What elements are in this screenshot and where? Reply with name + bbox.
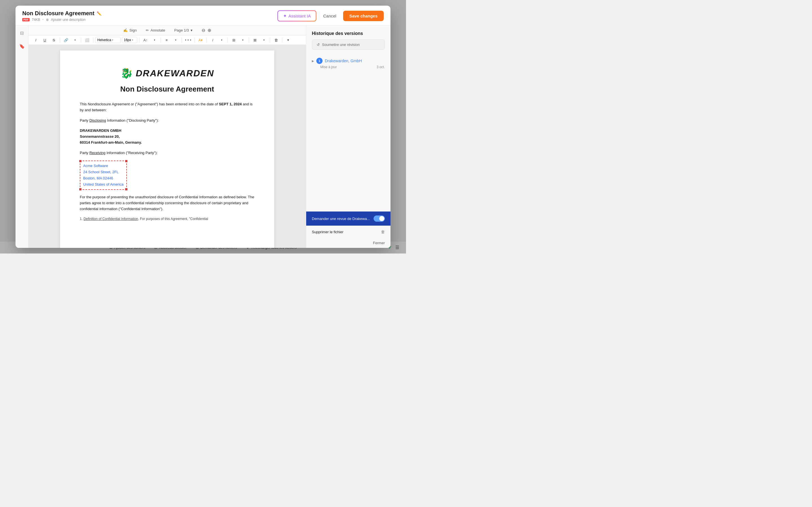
font-name: Helvetica bbox=[97, 38, 111, 42]
sidebar-bottom: Demander une revue de Drakewa... Supprim… bbox=[306, 211, 391, 248]
font-size-dropdown[interactable]: 16px ▾ bbox=[122, 37, 137, 43]
handle-tr bbox=[125, 160, 128, 162]
font-chevron-icon: ▾ bbox=[112, 39, 113, 41]
link-dropdown[interactable]: ▾ bbox=[71, 38, 79, 43]
ai-assistant-button[interactable]: ✦ Assistant IA bbox=[277, 10, 316, 21]
font-dropdown[interactable]: Helvetica ▾ bbox=[95, 37, 121, 43]
disclosing-party-info: DRAKEWARDEN GMBH Sonnemannstrasse 20, 60… bbox=[80, 128, 255, 145]
doc-title: Non Disclosure Agreement bbox=[22, 10, 94, 17]
receiving-address1: 24 School Street, 2FL bbox=[83, 170, 119, 174]
doc-content: 🐉 DRAKEWARDEN Non Disclosure Agreement T… bbox=[29, 45, 306, 248]
intro-paragraph: This Nondisclosure Agreement or ("Agreem… bbox=[80, 101, 255, 113]
zoom-out-button[interactable]: ⊖ bbox=[202, 27, 205, 33]
separator-1 bbox=[60, 38, 60, 43]
underline-button[interactable]: U bbox=[41, 37, 49, 43]
receiving-address2: Boston, MA 02446 bbox=[83, 176, 113, 180]
header-right: ✦ Assistant IA Cancel Save changes bbox=[277, 10, 384, 21]
footer-partial: 1. Definition of Confidential Informatio… bbox=[80, 216, 255, 222]
layout-dropdown-button[interactable]: ▾ bbox=[239, 38, 247, 43]
text-box-button[interactable]: ⬜ bbox=[83, 37, 91, 43]
version-item-header: ▶ 1 Drakewarden, GmbH bbox=[312, 58, 385, 64]
purpose-paragraph: For the purpose of preventing the unauth… bbox=[80, 194, 255, 212]
format-toolbar: I U S 🔗 ▾ ⬜ Helvetica ▾ 16px ▾ bbox=[29, 36, 306, 45]
review-toggle[interactable] bbox=[373, 216, 385, 222]
meta-dot: • bbox=[42, 18, 43, 22]
separator-3 bbox=[93, 38, 93, 43]
save-button[interactable]: Save changes bbox=[343, 11, 384, 21]
ai-button-label: Assistant IA bbox=[289, 13, 311, 18]
strikethrough-button[interactable]: S bbox=[50, 37, 58, 43]
separator-6 bbox=[182, 38, 182, 43]
disclosing-name: DRAKEWARDEN GMBH bbox=[80, 128, 121, 133]
right-sidebar: Historique des versions ↺ Soumettre une … bbox=[306, 25, 391, 248]
separator-12 bbox=[282, 38, 282, 43]
sidebar-title: Historique des versions bbox=[306, 25, 391, 40]
disclosing-address2: 60314 Frankfurt-am-Main, Germany. bbox=[80, 140, 142, 145]
annotate-label: Annotate bbox=[151, 28, 165, 33]
delete-label: Supprimer le fichier bbox=[312, 230, 343, 234]
annotate-button[interactable]: ✏ Annotate bbox=[146, 28, 165, 33]
ai-star-icon: ✦ bbox=[283, 13, 287, 18]
zoom-in-button[interactable]: ⊕ bbox=[207, 27, 211, 33]
grid-dropdown-button[interactable]: ▾ bbox=[260, 38, 268, 43]
link-button[interactable]: 🔗 bbox=[62, 37, 70, 43]
handle-tl bbox=[79, 160, 82, 162]
expand-button[interactable]: ▾ bbox=[284, 37, 292, 43]
modal-header: Non Disclosure Agreement ✏️ PDF 74KB • ⊕… bbox=[15, 6, 391, 25]
version-meta: Mise à jour 3 oct. bbox=[312, 64, 385, 69]
logo-dragon-icon: 🐉 bbox=[120, 67, 133, 79]
align-dropdown-button[interactable]: ▾ bbox=[172, 38, 180, 43]
handle-bl bbox=[79, 188, 82, 190]
separator-9 bbox=[227, 38, 228, 43]
align-button[interactable]: ≡ bbox=[163, 37, 170, 43]
delete-button[interactable]: 🗑 bbox=[272, 37, 280, 43]
add-description-link[interactable]: Ajouter une description bbox=[51, 18, 86, 22]
file-size: 74KB bbox=[32, 18, 40, 22]
zoom-controls: ⊖ ⊕ bbox=[202, 27, 211, 33]
receiving-address3: United States of America bbox=[83, 182, 123, 186]
page-chevron-icon[interactable]: ▾ bbox=[191, 28, 193, 33]
cancel-button[interactable]: Cancel bbox=[320, 11, 340, 20]
edit-icon[interactable]: ✏️ bbox=[97, 11, 101, 16]
receiving-party-box[interactable]: Acme Software 24 School Street, 2FL Bost… bbox=[80, 161, 127, 190]
submit-icon: ↺ bbox=[317, 43, 320, 47]
bookmark-icon[interactable]: 🔖 bbox=[17, 42, 27, 51]
document-title: Non Disclosure Agreement bbox=[80, 85, 255, 94]
delete-file-row[interactable]: Supprimer le fichier 🗑 bbox=[306, 226, 391, 238]
version-badge: 1 bbox=[316, 58, 322, 64]
more-options-button[interactable]: • • • bbox=[184, 37, 192, 43]
close-footer[interactable]: Fermer bbox=[306, 238, 391, 248]
doc-logo-area: 🐉 DRAKEWARDEN bbox=[80, 67, 255, 79]
font-size-down-button[interactable]: ▾ bbox=[151, 38, 158, 43]
version-item[interactable]: ▶ 1 Drakewarden, GmbH Mise à jour 3 oct. bbox=[306, 54, 391, 72]
sign-button[interactable]: ✍ Sign bbox=[123, 28, 137, 33]
italic-button[interactable]: I bbox=[32, 37, 40, 43]
version-company: Drakewarden, GmbH bbox=[325, 59, 385, 63]
doc-page: 🐉 DRAKEWARDEN Non Disclosure Agreement T… bbox=[60, 50, 274, 248]
modal: Non Disclosure Agreement ✏️ PDF 74KB • ⊕… bbox=[15, 6, 391, 248]
line-button[interactable]: / bbox=[209, 37, 216, 43]
submit-revision-button[interactable]: ↺ Soumettre une révision bbox=[312, 40, 385, 50]
logo-company-name: DRAKEWARDEN bbox=[136, 68, 214, 78]
pages-icon[interactable]: ⊟ bbox=[18, 29, 26, 38]
font-size-adjust-button[interactable]: A↑ bbox=[142, 37, 149, 43]
separator-7 bbox=[194, 38, 195, 43]
version-label: Mise à jour bbox=[320, 65, 337, 69]
separator-2 bbox=[81, 38, 81, 43]
sign-bar: ✍ Sign ✏ Annotate Page 1/3 ▾ ⊖ ⊕ bbox=[29, 25, 306, 36]
receiving-label: Party Receiving Information ("Receiving … bbox=[80, 150, 255, 156]
page-nav: Page 1/3 ▾ bbox=[174, 28, 193, 33]
size-chevron-icon: ▾ bbox=[132, 39, 133, 41]
disclosing-address1: Sonnemannstrasse 20, bbox=[80, 134, 120, 138]
submit-label: Soumettre une révision bbox=[322, 43, 360, 47]
editor-area: ✍ Sign ✏ Annotate Page 1/3 ▾ ⊖ ⊕ bbox=[29, 25, 306, 248]
highlight-button[interactable]: A▾ bbox=[197, 37, 204, 43]
line-dropdown-button[interactable]: ▾ bbox=[218, 38, 225, 43]
pdf-badge: PDF bbox=[22, 18, 30, 21]
modal-body: ⊟ 🔖 ✍ Sign ✏ Annotate Page bbox=[15, 25, 391, 248]
receiving-name: Acme Software bbox=[83, 164, 108, 168]
doc-logo: 🐉 DRAKEWARDEN bbox=[120, 67, 214, 79]
close-label: Fermer bbox=[373, 241, 385, 245]
grid-button[interactable]: ⊠ bbox=[251, 37, 259, 43]
layout-button[interactable]: ⊞ bbox=[230, 37, 238, 43]
